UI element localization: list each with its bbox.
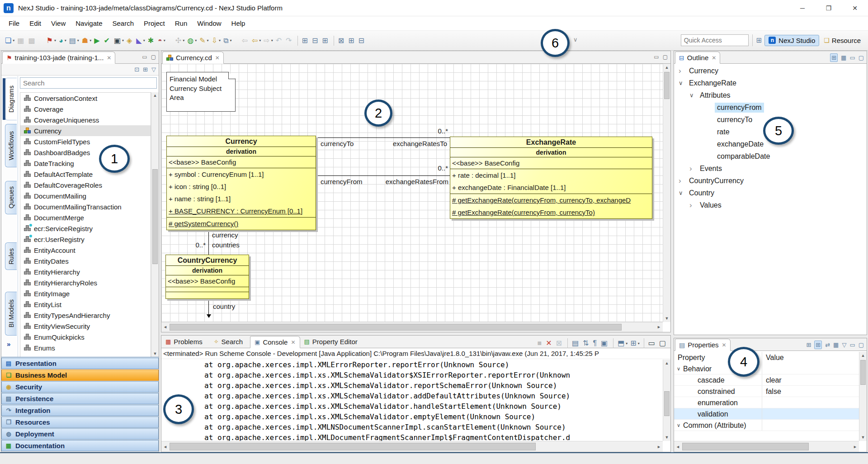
properties-horizontal-scrollbar[interactable]: ◄ ► bbox=[674, 441, 859, 452]
toolbar-item[interactable] bbox=[38, 35, 45, 47]
property-value[interactable] bbox=[762, 397, 859, 408]
section-bar[interactable]: ❐ Resources bbox=[1, 417, 159, 428]
close-icon[interactable]: ✕ bbox=[107, 55, 111, 61]
tree-item[interactable]: EntityImage bbox=[20, 288, 151, 299]
scroll-right-icon[interactable]: ► bbox=[853, 445, 857, 449]
section-bar[interactable]: ▤ Persistence bbox=[1, 393, 159, 404]
dropdown-arrow-icon[interactable]: ▾ bbox=[626, 341, 627, 346]
compare-icon[interactable]: ⧉ ▾ bbox=[222, 35, 232, 47]
scrollbar-thumb[interactable] bbox=[170, 443, 536, 450]
dropdown-arrow-icon[interactable]: ▾ bbox=[638, 341, 640, 346]
tree-item[interactable]: DefaultActTemplate bbox=[20, 169, 151, 180]
expand-arrow-icon[interactable]: › bbox=[679, 69, 687, 73]
scroll-right-icon[interactable]: ► bbox=[657, 445, 661, 449]
perspective-resource[interactable]: ❏ Resource bbox=[820, 35, 864, 46]
close-icon[interactable]: ✕ bbox=[722, 342, 726, 348]
section-bar[interactable]: ▦ Documentation bbox=[1, 440, 159, 451]
toolbar-item[interactable] bbox=[334, 36, 334, 46]
outline-item[interactable]: › CountryCurrency bbox=[674, 175, 867, 187]
category-tab[interactable]: Diagrams bbox=[5, 78, 17, 120]
maximize-icon[interactable]: ▢ bbox=[658, 337, 668, 349]
publish-icon[interactable]: ◕ ▾ bbox=[58, 35, 67, 47]
outline-item[interactable]: ∨ ExchangeRate bbox=[674, 77, 867, 89]
back-disabled-icon[interactable]: ⇦ bbox=[241, 35, 250, 47]
tree-item[interactable]: EntityTypesAndHierarchy bbox=[20, 310, 151, 321]
run-icon[interactable]: ▶ bbox=[93, 35, 102, 47]
model-upgrade-icon[interactable]: ⚑ ▾ bbox=[46, 35, 57, 47]
tree-item[interactable]: DefaultCoverageRoles bbox=[20, 180, 151, 190]
scrollbar-thumb[interactable] bbox=[170, 324, 622, 331]
link-with-editor-icon[interactable]: ⊞ bbox=[143, 66, 148, 73]
scroll-down-icon[interactable]: ▼ bbox=[859, 435, 867, 440]
outline-item[interactable]: › Events bbox=[674, 162, 867, 175]
tree-item[interactable]: EntityViewSecurity bbox=[20, 321, 151, 331]
property-value[interactable]: clear bbox=[762, 374, 859, 385]
menu-item[interactable]: View bbox=[46, 18, 71, 29]
association-currencyTo[interactable] bbox=[316, 137, 450, 138]
class-attribute[interactable]: + icon : string [0..1] bbox=[167, 180, 316, 193]
maximize-icon[interactable]: ▢ bbox=[859, 341, 864, 348]
scrollbar-thumb[interactable] bbox=[860, 360, 866, 385]
close-icon[interactable]: ✕ bbox=[291, 339, 295, 346]
scroll-left-icon[interactable]: ◄ bbox=[676, 445, 680, 449]
section-bar[interactable]: ❏ Business Model bbox=[1, 369, 159, 381]
dropdown-arrow-icon[interactable]: ▾ bbox=[207, 38, 209, 43]
dropdown-arrow-icon[interactable]: ▾ bbox=[271, 38, 273, 43]
tool-moth-icon[interactable]: ✣ ▾ bbox=[175, 35, 185, 47]
console-area-tab[interactable]: ▦ Problems bbox=[161, 336, 210, 348]
menu-item[interactable]: Search bbox=[107, 18, 139, 29]
forward-icon[interactable]: ⇨ ▾ bbox=[263, 35, 274, 47]
properties-vertical-scrollbar[interactable]: ▲ ▼ bbox=[859, 352, 867, 441]
back-icon[interactable]: ⇦ ▾ bbox=[251, 35, 262, 47]
restore-default-icon[interactable]: ▦ bbox=[833, 341, 839, 348]
tree-mode-icon[interactable]: ⊞ bbox=[830, 53, 838, 62]
quick-access-input[interactable] bbox=[681, 34, 749, 46]
save-all-icon[interactable]: ▩ bbox=[27, 35, 37, 47]
properties-tab[interactable]: ▤ Properties ✕ bbox=[675, 339, 731, 351]
property-row[interactable]: constrained false bbox=[674, 386, 859, 397]
property-row[interactable]: ∨ Behavior bbox=[674, 363, 859, 374]
menu-item[interactable]: Run bbox=[170, 18, 193, 29]
redo-icon[interactable]: ↷ bbox=[285, 35, 294, 47]
class-operation[interactable]: # getExchangeRate(currencyFrom, currency… bbox=[450, 206, 652, 218]
window-minimize-button[interactable]: ─ bbox=[789, 0, 816, 16]
outline-item[interactable]: ∨ Country bbox=[674, 187, 867, 199]
tree-scrollbar[interactable]: ▲ ▼ bbox=[151, 92, 159, 357]
navigator-tab[interactable]: ⚑ training-103-jade (training-1... ✕ bbox=[2, 52, 115, 64]
section-bar[interactable]: ↷ Integration bbox=[1, 405, 159, 416]
menu-item[interactable]: Help bbox=[226, 18, 250, 29]
maximize-icon[interactable]: ▢ bbox=[663, 54, 668, 60]
tree-item[interactable]: Currency bbox=[20, 125, 151, 136]
tree-item[interactable]: EnumQuickpicks bbox=[20, 331, 151, 342]
expand-arrow-icon[interactable]: ∨ bbox=[674, 363, 681, 374]
toolbar-item[interactable] bbox=[297, 36, 298, 46]
scheme-icon[interactable]: ✱ bbox=[147, 35, 156, 47]
expand-arrow-icon[interactable]: › bbox=[689, 166, 698, 171]
dropdown-arrow-icon[interactable]: ▾ bbox=[13, 38, 14, 43]
category-tab[interactable]: Rules bbox=[5, 242, 17, 270]
minimize-icon[interactable]: ▭ bbox=[142, 54, 147, 60]
diagram-canvas[interactable]: Financial Model Currency Subject Area 0.… bbox=[161, 64, 663, 322]
new-wizard-icon[interactable]: ❏ ▾ bbox=[4, 35, 15, 47]
diagram-note[interactable]: Financial Model Currency Subject Area bbox=[166, 72, 236, 112]
menu-item[interactable]: File bbox=[4, 18, 24, 29]
console-vertical-scrollbar[interactable]: ▲ ▼ bbox=[663, 360, 670, 441]
minimal-console-icon[interactable]: ◣ ▾ bbox=[135, 35, 146, 47]
association-country[interactable] bbox=[208, 299, 209, 315]
shield-check-icon[interactable]: ◈ bbox=[126, 35, 134, 47]
scroll-down-icon[interactable]: ▼ bbox=[663, 435, 670, 440]
console-tool[interactable] bbox=[644, 338, 644, 348]
table-mode-icon[interactable]: ▦ bbox=[841, 54, 846, 61]
section-bar[interactable]: ▤ Presentation bbox=[1, 358, 159, 369]
association-countries[interactable] bbox=[208, 228, 209, 255]
expand-arrow-icon[interactable]: › bbox=[689, 203, 698, 208]
scrollbar-thumb[interactable] bbox=[152, 169, 158, 264]
window-close-button[interactable]: ✕ bbox=[842, 0, 868, 16]
expand-arrow-icon[interactable]: ∨ bbox=[674, 420, 681, 431]
scroll-up-icon[interactable]: ▲ bbox=[663, 361, 670, 365]
scroll-down-icon[interactable]: ▼ bbox=[663, 316, 670, 321]
property-value[interactable]: false bbox=[762, 386, 859, 397]
dropdown-arrow-icon[interactable]: ▾ bbox=[183, 38, 184, 43]
property-value[interactable] bbox=[762, 363, 859, 374]
window-restore-button[interactable]: ❐ bbox=[816, 0, 842, 16]
